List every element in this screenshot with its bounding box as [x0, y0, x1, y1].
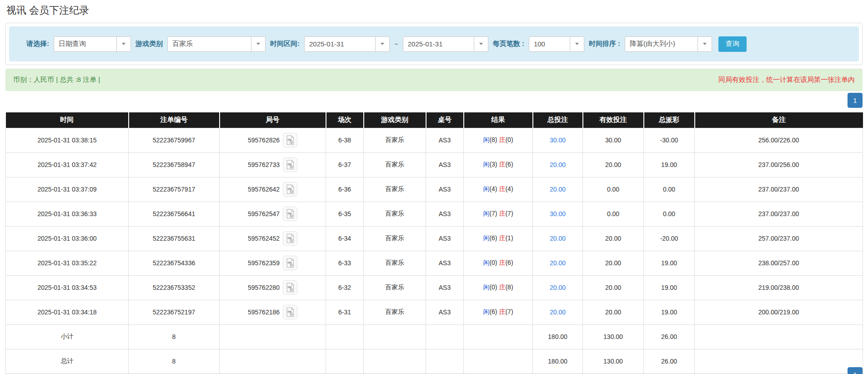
column-header: 备注: [695, 112, 863, 128]
cell-session: 6-32: [326, 275, 364, 300]
page-size-dropdown-button[interactable]: [570, 37, 584, 51]
player-result-value: (7): [489, 210, 497, 217]
total-bet-link[interactable]: 20.00: [550, 284, 566, 291]
date-to-dropdown-button[interactable]: [474, 37, 488, 51]
cell-time: 2025-01-31 03:34:53: [6, 275, 129, 300]
cell-valid-bet: 0.00: [583, 177, 644, 202]
cell-payout: -20.00: [644, 226, 695, 251]
pagination-page-1[interactable]: 1: [848, 367, 863, 374]
cell-result: 闲(0) 庄(8): [464, 275, 533, 300]
table-row: 2025-01-31 03:37:09522236757917595762642…: [6, 177, 863, 202]
time-sort-select[interactable]: 降冪(由大到小): [625, 36, 712, 52]
video-icon: [285, 233, 295, 243]
cell-result: 闲(4) 庄(4): [464, 177, 533, 202]
totals-total-bet: 180.00: [533, 324, 583, 349]
round-number: 595762547: [248, 210, 280, 217]
page-size-value: 100: [529, 37, 570, 51]
cell-bet-id: 522236754336: [129, 251, 220, 275]
page-title: 视讯 会员下注纪录: [0, 0, 868, 21]
cell-note: 237.00/237.00: [695, 202, 863, 226]
cell-round: 595762547: [220, 202, 326, 226]
page-size-label: 每页笔数 :: [493, 40, 524, 48]
cell-total-bet: 20.00: [533, 226, 583, 251]
filter-bar: 请选择: 日期查询 游戏类别 百家乐 时间区间: 2025-01-31 ~ 20…: [9, 26, 859, 61]
total-bet-link[interactable]: 30.00: [550, 136, 566, 144]
video-replay-button[interactable]: [283, 305, 297, 319]
column-header: 有效投注: [583, 112, 644, 128]
query-type-select[interactable]: 日期查询: [54, 36, 131, 52]
totals-empty-cell: [364, 349, 426, 374]
banker-result-label: 庄: [499, 283, 505, 291]
cell-total-bet: 20.00: [533, 177, 583, 202]
totals-empty-cell: [426, 324, 464, 349]
table-row: 2025-01-31 03:38:15522236759967595762826…: [6, 128, 863, 152]
cell-total-bet: 30.00: [533, 128, 583, 152]
date-to-select[interactable]: 2025-01-31: [403, 36, 488, 52]
total-bet-link[interactable]: 20.00: [550, 186, 566, 193]
video-replay-button[interactable]: [283, 280, 297, 295]
totals-payout: 26.00: [644, 349, 695, 374]
chevron-down-icon: [479, 43, 483, 45]
player-result-value: (3): [489, 161, 497, 168]
cell-table-number: AS3: [426, 177, 464, 202]
banker-result-value: (6): [505, 259, 513, 266]
round-number: 595762359: [248, 259, 280, 267]
page-size-select[interactable]: 100: [529, 36, 584, 52]
banker-result-value: (1): [505, 234, 513, 242]
banker-result-label: 庄: [499, 259, 505, 266]
total-bet-link[interactable]: 20.00: [550, 161, 566, 168]
query-type-label: 请选择:: [26, 40, 49, 48]
video-replay-button[interactable]: [283, 231, 297, 246]
totals-empty-cell: [326, 349, 364, 374]
query-type-dropdown-button[interactable]: [116, 37, 130, 51]
date-from-select[interactable]: 2025-01-31: [304, 36, 390, 52]
totals-count: 8: [129, 324, 220, 349]
video-replay-button[interactable]: [283, 207, 297, 221]
banker-result-label: 庄: [499, 136, 505, 143]
date-from-value: 2025-01-31: [305, 37, 375, 51]
cell-table-number: AS3: [426, 226, 464, 251]
total-bet-link[interactable]: 30.00: [550, 210, 566, 217]
betting-records-page: 视讯 会员下注纪录 请选择: 日期查询 游戏类别 百家乐 时间区间: 2025-…: [0, 0, 868, 374]
banker-result-label: 庄: [499, 210, 505, 217]
round-number: 595762826: [248, 136, 280, 144]
cell-game-category: 百家乐: [364, 251, 426, 275]
cell-bet-id: 522236753352: [129, 275, 220, 300]
cell-payout: -30.00: [644, 128, 695, 152]
video-replay-button[interactable]: [283, 256, 297, 270]
player-result-label: 闲: [483, 136, 489, 143]
cell-time: 2025-01-31 03:36:33: [6, 202, 129, 226]
cell-valid-bet: 20.00: [583, 300, 644, 324]
total-bet-link[interactable]: 20.00: [550, 259, 566, 267]
banker-result-value: (4): [505, 185, 513, 192]
cell-note: 200.00/219.00: [695, 300, 863, 324]
chevron-down-icon: [575, 43, 579, 45]
video-replay-button[interactable]: [283, 182, 297, 197]
cell-table-number: AS3: [426, 251, 464, 275]
total-bet-link[interactable]: 20.00: [550, 235, 566, 242]
table-header-row: 时间注单编号局号场次游戏类别桌号结果总投注有效投注总派彩备注: [6, 112, 863, 128]
search-button[interactable]: 查询: [718, 36, 747, 52]
date-from-dropdown-button[interactable]: [375, 37, 389, 51]
game-category-value: 百家乐: [168, 37, 251, 51]
total-bet-link[interactable]: 20.00: [550, 308, 566, 316]
pagination-bottom: 1: [848, 367, 863, 374]
column-header: 桌号: [426, 112, 464, 128]
pagination-page-1[interactable]: 1: [848, 93, 863, 108]
cell-round: 595762359: [220, 251, 326, 275]
totals-count: 8: [129, 349, 220, 374]
time-sort-dropdown-button[interactable]: [697, 37, 712, 51]
banker-result-label: 庄: [499, 308, 505, 315]
column-header: 结果: [464, 112, 533, 128]
banker-result-value: (8): [505, 283, 513, 291]
video-icon: [285, 184, 295, 194]
video-replay-button[interactable]: [283, 133, 297, 147]
game-category-dropdown-button[interactable]: [251, 37, 265, 51]
video-replay-button[interactable]: [283, 157, 297, 172]
cell-session: 6-35: [326, 202, 364, 226]
game-category-select[interactable]: 百家乐: [167, 36, 266, 52]
date-range-label: 时间区间:: [270, 40, 300, 48]
subtotal-row: 小计8180.00130.0026.00: [6, 324, 863, 349]
cell-bet-id: 522236759967: [129, 128, 220, 152]
cell-payout: 19.00: [644, 251, 695, 275]
